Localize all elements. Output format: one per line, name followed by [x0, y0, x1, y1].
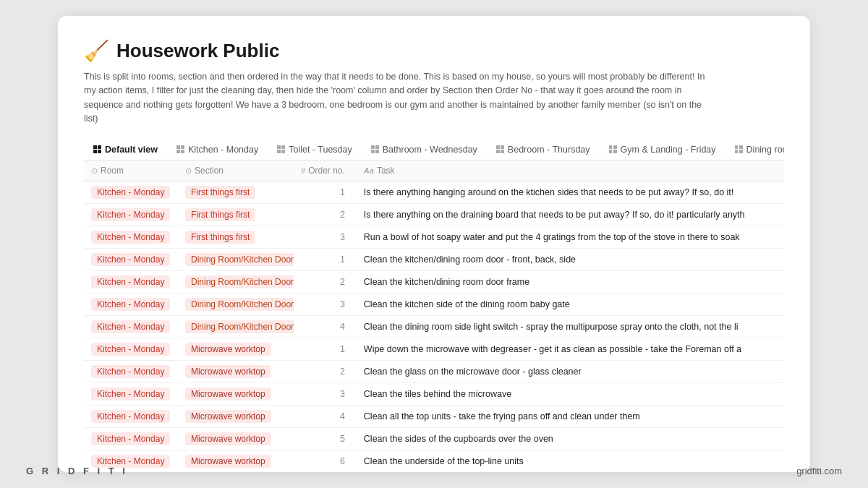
section-tag: First things first	[185, 208, 255, 221]
tab-label: Default view	[105, 145, 158, 155]
cell-room: Kitchen - Monday	[84, 271, 178, 294]
cell-task: Clean the kitchen/dining room door frame	[357, 271, 784, 294]
tab-label: Kitchen - Monday	[188, 145, 258, 155]
room-tag: Kitchen - Monday	[91, 231, 170, 244]
cell-section: Dining Room/Kitchen Door	[178, 316, 294, 338]
table-row: Kitchen - Monday Microwave worktop 1 Wip…	[84, 338, 784, 361]
table-body: Kitchen - Monday First things first 1 Is…	[84, 181, 784, 473]
section-tag: Microwave worktop	[185, 343, 271, 356]
table-row: Kitchen - Monday Microwave worktop 2 Cle…	[84, 361, 784, 383]
section-tag: Microwave worktop	[185, 365, 271, 378]
cell-section: First things first	[178, 204, 294, 226]
cell-room: Kitchen - Monday	[84, 316, 178, 338]
cell-task: Clean the glass on the microwave door - …	[357, 361, 784, 383]
section-tag: Dining Room/Kitchen Door	[185, 298, 294, 311]
room-tag: Kitchen - Monday	[91, 365, 170, 378]
room-tag: Kitchen - Monday	[91, 343, 170, 356]
page-title: Housework Public	[116, 40, 279, 62]
room-tag: Kitchen - Monday	[91, 320, 170, 333]
cell-section: Microwave worktop	[178, 428, 294, 450]
cell-room: Kitchen - Monday	[84, 338, 178, 361]
section-tag: Microwave worktop	[185, 410, 271, 423]
room-tag: Kitchen - Monday	[91, 275, 170, 288]
cell-task: Clean the kitchen side of the dining roo…	[357, 294, 784, 316]
tab-default-view[interactable]: Default view	[84, 140, 167, 161]
cell-order: 2	[294, 271, 357, 294]
cell-order: 2	[294, 361, 357, 383]
grid-icon	[93, 145, 101, 153]
tab-bathroom---wednesday[interactable]: Bathroom - Wednesday	[362, 140, 487, 161]
cell-room: Kitchen - Monday	[84, 428, 178, 450]
tab-label: Dining room - Saturday	[746, 145, 784, 155]
col-section: ⊙ Section	[178, 160, 294, 181]
col-task: Aa Task	[357, 160, 784, 181]
room-tag: Kitchen - Monday	[91, 186, 170, 199]
title-emoji: 🧹	[84, 39, 109, 63]
cell-section: Dining Room/Kitchen Door	[178, 271, 294, 294]
grid-icon	[609, 145, 617, 153]
cell-task: Wipe down the microwave with degreaser -…	[357, 338, 784, 361]
cell-task: Clean the tiles behind the microwave	[357, 383, 784, 406]
table-row: Kitchen - Monday First things first 2 Is…	[84, 204, 784, 226]
table-row: Kitchen - Monday Microwave worktop 5 Cle…	[84, 428, 784, 450]
cell-section: Microwave worktop	[178, 338, 294, 361]
table-wrap: ⊙ Room ⊙ Section # Order no. Aa Task	[84, 160, 784, 472]
col-room: ⊙ Room	[84, 160, 178, 181]
cell-order: 2	[294, 204, 357, 226]
grid-icon	[735, 145, 743, 153]
cell-task: Clean the sides of the cupboards over th…	[357, 428, 784, 450]
cell-section: Microwave worktop	[178, 361, 294, 383]
brand-right: gridfiti.com	[796, 466, 842, 476]
tab-gym-&-landing---friday[interactable]: Gym & Landing - Friday	[600, 140, 726, 161]
section-tag: First things first	[185, 231, 255, 244]
tab-dining-room---saturday[interactable]: Dining room - Saturday	[726, 140, 784, 161]
table-row: Kitchen - Monday First things first 1 Is…	[84, 181, 784, 204]
room-tag: Kitchen - Monday	[91, 410, 170, 423]
tab-kitchen---monday[interactable]: Kitchen - Monday	[167, 140, 268, 161]
cell-order: 5	[294, 428, 357, 450]
section-tag: Dining Room/Kitchen Door	[185, 320, 294, 333]
section-tag: First things first	[185, 186, 255, 199]
table-header-row: ⊙ Room ⊙ Section # Order no. Aa Task	[84, 160, 784, 181]
page-background: 🧹 Housework Public This is split into ro…	[0, 0, 868, 488]
cell-section: Dining Room/Kitchen Door	[178, 249, 294, 271]
tab-label: Bedroom - Thursday	[508, 145, 590, 155]
cell-task: Clean the kitchen/dining room door - fro…	[357, 249, 784, 271]
main-card: 🧹 Housework Public This is split into ro…	[58, 16, 810, 472]
cell-section: Microwave worktop	[178, 383, 294, 406]
table-row: Kitchen - Monday Microwave worktop 3 Cle…	[84, 383, 784, 406]
cell-task: Is there anything on the draining board …	[357, 204, 784, 226]
page-header: 🧹 Housework Public	[84, 39, 784, 63]
cell-order: 3	[294, 294, 357, 316]
section-tag: Microwave worktop	[185, 388, 271, 401]
cell-order: 1	[294, 249, 357, 271]
bottom-bar: G R I D F I T I gridfiti.com	[0, 466, 868, 476]
cell-section: First things first	[178, 226, 294, 249]
room-tag: Kitchen - Monday	[91, 208, 170, 221]
page-description: This is split into rooms, section and th…	[84, 70, 706, 127]
cell-room: Kitchen - Monday	[84, 361, 178, 383]
section-tag: Dining Room/Kitchen Door	[185, 253, 294, 266]
col-order: # Order no.	[294, 160, 357, 181]
cell-order: 4	[294, 316, 357, 338]
cell-task: Clean all the top units - take the fryin…	[357, 406, 784, 428]
table-row: Kitchen - Monday Dining Room/Kitchen Doo…	[84, 316, 784, 338]
tab-bedroom---thursday[interactable]: Bedroom - Thursday	[487, 140, 600, 161]
table-row: Kitchen - Monday Dining Room/Kitchen Doo…	[84, 294, 784, 316]
cell-section: Microwave worktop	[178, 406, 294, 428]
cell-room: Kitchen - Monday	[84, 181, 178, 204]
room-tag: Kitchen - Monday	[91, 388, 170, 401]
tabs-row: Default view Kitchen - Monday Toilet - T…	[84, 140, 784, 161]
cell-order: 3	[294, 226, 357, 249]
tab-label: Bathroom - Wednesday	[383, 145, 477, 155]
cell-room: Kitchen - Monday	[84, 249, 178, 271]
section-tag: Dining Room/Kitchen Door	[185, 275, 294, 288]
cell-section: First things first	[178, 181, 294, 204]
grid-icon	[277, 145, 285, 153]
cell-room: Kitchen - Monday	[84, 406, 178, 428]
main-table: ⊙ Room ⊙ Section # Order no. Aa Task	[84, 160, 784, 472]
cell-room: Kitchen - Monday	[84, 294, 178, 316]
grid-icon	[371, 145, 379, 153]
tab-toilet---tuesday[interactable]: Toilet - Tuesday	[268, 140, 362, 161]
cell-order: 1	[294, 338, 357, 361]
